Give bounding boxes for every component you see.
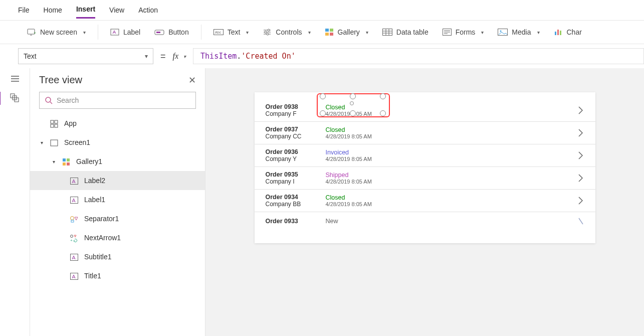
svg-line-39 — [50, 102, 52, 104]
status-label: Closed — [326, 104, 396, 111]
gallery-col-order: Order 0935Company I — [266, 171, 326, 185]
gallery-row[interactable]: Order 0935Company IShipped4/28/2019 8:05… — [255, 167, 595, 190]
gallery-col-order: Order 0938Company F — [266, 103, 326, 117]
app-preview[interactable]: Order 0938Company FClosed4/28/2019 8:05 … — [255, 92, 595, 243]
gallery-row[interactable]: Order 0938Company FClosed4/28/2019 8:05 … — [255, 99, 595, 122]
controls-icon — [263, 29, 272, 36]
label-button[interactable]: Label — [107, 26, 143, 38]
canvas[interactable]: Order 0938Company FClosed4/28/2019 8:05 … — [205, 68, 644, 336]
tree-node-separator1[interactable]: Separator1 — [30, 209, 205, 228]
status-label: Shipped — [326, 172, 396, 179]
caret-icon: ▾ — [51, 159, 56, 164]
menu-file[interactable]: File — [18, 2, 30, 18]
controls-dropdown-label: Controls — [276, 28, 302, 36]
forms-dropdown[interactable]: Forms ▾ — [440, 26, 487, 38]
media-icon — [498, 29, 508, 36]
svg-rect-5 — [156, 32, 160, 33]
property-selector[interactable]: Text ▾ — [18, 48, 153, 64]
new-screen-button[interactable]: + New screen ▾ — [24, 26, 89, 38]
gallery-row[interactable]: Order 0934Company BBClosed4/28/2019 8:05… — [255, 190, 595, 212]
chevron-down-icon: ▾ — [145, 53, 148, 60]
hamburger-icon[interactable] — [10, 74, 20, 83]
tree-node-label1[interactable]: Label1 — [30, 190, 205, 209]
tree-node-title1[interactable]: Title1 — [30, 266, 205, 285]
tree-node-gallery1[interactable]: ▾ Gallery1 — [30, 152, 205, 171]
order-company: Company F — [266, 110, 326, 117]
formula-token-object: ThisItem — [200, 52, 237, 61]
svg-rect-40 — [51, 120, 54, 123]
gallery-row[interactable]: Order 0937Company CCClosed4/28/2019 8:05… — [255, 122, 595, 144]
gallery-dropdown[interactable]: Gallery ▾ — [322, 26, 371, 38]
separator-icon — [69, 215, 79, 223]
text-dropdown[interactable]: Abc Text ▾ — [210, 26, 252, 38]
property-selector-value: Text — [24, 52, 37, 60]
tree-node-label2[interactable]: Label2 — [30, 171, 205, 190]
order-title: Order 0937 — [266, 126, 326, 133]
svg-point-13 — [267, 33, 269, 35]
menu-insert[interactable]: Insert — [76, 1, 95, 19]
data-table-icon — [382, 29, 392, 36]
ribbon: + New screen ▾ Label Button Abc Text ▾ C… — [0, 20, 644, 44]
tree-node-subtitle1[interactable]: Subtitle1 — [30, 247, 205, 266]
next-arrow-icon: + — [69, 233, 79, 242]
gallery-row[interactable]: Order 0933New — [255, 212, 595, 230]
gallery-col-order: Order 0933 — [266, 218, 326, 225]
tree-label: Subtitle1 — [84, 253, 111, 261]
chevron-right-icon[interactable] — [577, 150, 584, 160]
chevron-down-icon: ▾ — [366, 30, 368, 35]
gallery-col-status: Invoiced4/28/2019 8:05 AM — [326, 149, 396, 162]
controls-dropdown[interactable]: Controls ▾ — [260, 26, 313, 38]
tree-node-app[interactable]: App — [30, 114, 205, 133]
tree-view-panel: Tree view ✕ Search App ▾ Screen1 ▾ — [30, 68, 205, 336]
app-icon — [49, 119, 59, 127]
forms-dropdown-label: Forms — [456, 28, 476, 36]
svg-rect-17 — [330, 33, 333, 36]
svg-rect-44 — [51, 140, 58, 146]
fx-button[interactable]: fx ▾ — [173, 52, 186, 61]
order-company: Company Y — [266, 155, 326, 162]
tree-node-nextarrow1[interactable]: +NextArrow1 — [30, 228, 205, 247]
svg-point-28 — [500, 31, 502, 32]
svg-rect-31 — [560, 31, 561, 35]
chevron-down-icon: ▾ — [183, 54, 186, 59]
chevron-right-icon[interactable] — [577, 173, 584, 183]
svg-point-11 — [268, 29, 270, 31]
svg-rect-14 — [325, 29, 329, 32]
gallery-col-order: Order 0937Company CC — [266, 126, 326, 140]
menu-action[interactable]: Action — [138, 2, 158, 18]
svg-rect-18 — [382, 29, 392, 36]
order-title: Order 0938 — [266, 103, 326, 110]
menu-view[interactable]: View — [109, 2, 124, 18]
button-icon — [154, 28, 164, 36]
svg-text:+: + — [34, 31, 36, 36]
gallery-row[interactable]: Order 0936Company YInvoiced4/28/2019 8:0… — [255, 144, 595, 167]
tree-view-tab-icon[interactable] — [10, 93, 21, 103]
chevron-right-icon[interactable] — [577, 196, 584, 206]
tree-label: Label1 — [84, 196, 105, 204]
search-placeholder: Search — [57, 96, 79, 104]
close-icon[interactable]: ✕ — [188, 75, 196, 86]
button-button[interactable]: Button — [151, 26, 191, 38]
media-dropdown[interactable]: Media ▾ — [495, 26, 542, 38]
tree-label: Title1 — [84, 272, 101, 280]
svg-point-38 — [46, 97, 51, 102]
chevron-right-icon[interactable] — [577, 128, 584, 138]
charts-dropdown[interactable]: Char — [551, 26, 585, 38]
formula-input[interactable]: ThisItem.'Created On' — [193, 48, 644, 64]
svg-rect-42 — [51, 124, 54, 127]
data-table-button[interactable]: Data table — [379, 26, 432, 38]
equals-sign: = — [160, 51, 166, 62]
search-input[interactable]: Search — [39, 92, 196, 109]
chevron-right-icon[interactable] — [577, 105, 584, 115]
gallery-icon — [325, 28, 334, 36]
svg-rect-27 — [498, 29, 508, 36]
data-table-label: Data table — [396, 28, 428, 36]
left-rail — [0, 68, 30, 336]
chevron-down-icon: ▾ — [537, 30, 540, 35]
chevron-right-icon[interactable] — [577, 216, 584, 226]
menu-home[interactable]: Home — [44, 2, 62, 18]
order-company: Company BB — [266, 201, 326, 208]
svg-rect-30 — [557, 30, 559, 35]
svg-rect-16 — [325, 33, 329, 36]
tree-node-screen1[interactable]: ▾ Screen1 — [30, 133, 205, 152]
